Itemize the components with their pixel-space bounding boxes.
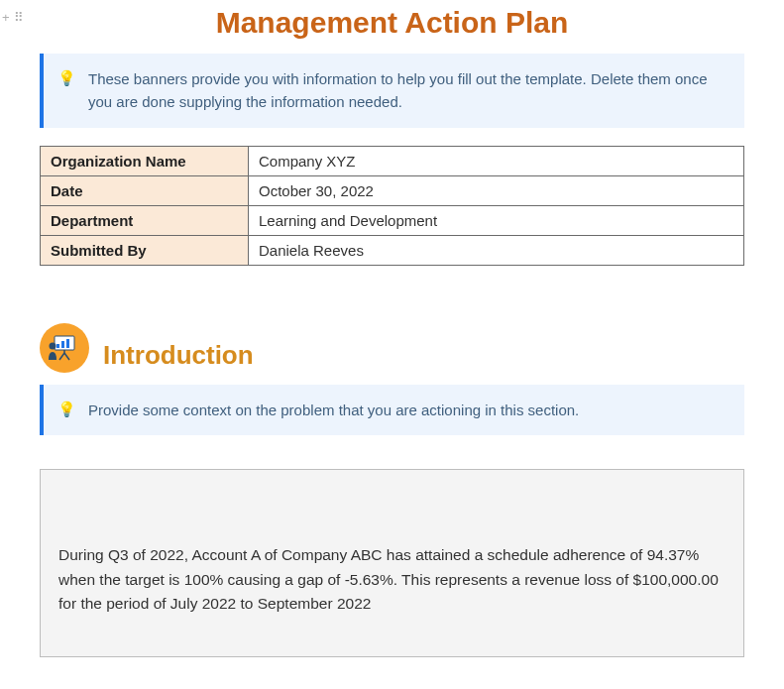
block-gutter: + ⠿: [2, 10, 24, 25]
table-row: Submitted By Daniela Reeves: [41, 235, 744, 265]
info-label[interactable]: Department: [41, 205, 249, 235]
lightbulb-icon: 💡: [57, 399, 76, 421]
content-textbox[interactable]: During Q3 of 2022, Account A of Company …: [40, 469, 744, 657]
drag-handle-icon[interactable]: ⠿: [14, 10, 24, 25]
info-label[interactable]: Date: [41, 175, 249, 205]
info-value[interactable]: Learning and Development: [249, 205, 744, 235]
section-title[interactable]: Introduction: [103, 340, 254, 373]
info-value[interactable]: October 30, 2022: [249, 175, 744, 205]
svg-point-7: [50, 342, 56, 349]
banner-text: These banners provide you with informati…: [88, 67, 727, 114]
presentation-icon: [40, 323, 89, 373]
info-banner-1[interactable]: 💡 These banners provide you with informa…: [40, 54, 744, 128]
info-label[interactable]: Submitted By: [41, 235, 249, 265]
info-table[interactable]: Organization Name Company XYZ Date Octob…: [40, 146, 744, 266]
page-title[interactable]: Management Action Plan: [40, 6, 744, 40]
info-label[interactable]: Organization Name: [41, 146, 249, 175]
info-value[interactable]: Company XYZ: [249, 146, 744, 175]
info-value[interactable]: Daniela Reeves: [249, 235, 744, 265]
table-row: Organization Name Company XYZ: [41, 146, 744, 175]
section-header: Introduction: [40, 323, 744, 373]
svg-rect-2: [61, 341, 64, 348]
lightbulb-icon: 💡: [57, 67, 76, 114]
table-row: Date October 30, 2022: [41, 175, 744, 205]
info-banner-2[interactable]: 💡 Provide some context on the problem th…: [40, 385, 744, 435]
svg-rect-1: [56, 344, 59, 348]
banner-text: Provide some context on the problem that…: [88, 399, 579, 421]
svg-rect-3: [66, 339, 69, 348]
add-block-icon[interactable]: +: [2, 10, 10, 25]
svg-line-6: [64, 353, 69, 360]
table-row: Department Learning and Development: [41, 205, 744, 235]
svg-line-5: [59, 353, 64, 360]
